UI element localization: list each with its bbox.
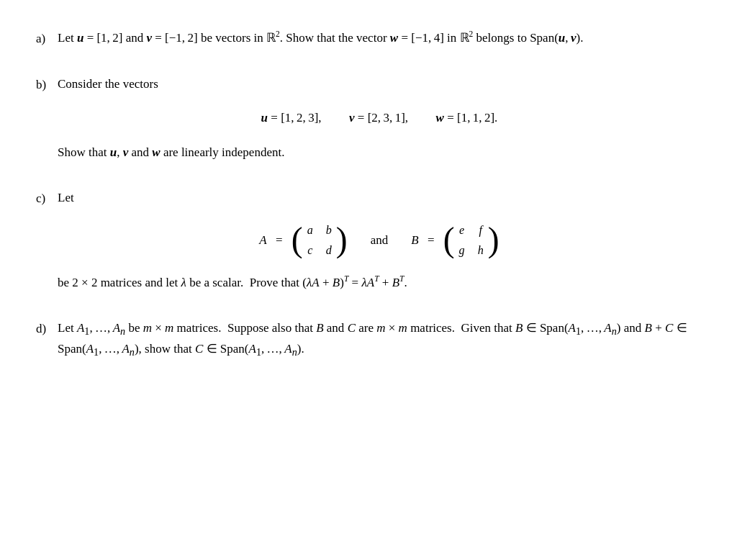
problem-b-question: Show that u, v and w are linearly indepe… bbox=[58, 143, 701, 162]
problem-b-content: Consider the vectors u = [1, 2, 3], v = … bbox=[58, 75, 701, 169]
problem-c-content: Let A = ( a b c d ) bbox=[58, 189, 701, 299]
problem-b: b) Consider the vectors u = [1, 2, 3], v… bbox=[36, 75, 701, 169]
problem-b-u: u = [1, 2, 3], bbox=[261, 109, 322, 127]
problem-b-vectors-display: u = [1, 2, 3], v = [2, 3, 1], w = [1, 1,… bbox=[58, 109, 701, 127]
problem-b-w: w = [1, 1, 2]. bbox=[430, 109, 497, 127]
matrix-B-g: g bbox=[459, 242, 465, 259]
matrix-A-d: d bbox=[326, 242, 332, 259]
matrix-B-e: e bbox=[459, 222, 464, 239]
matrix-A-grid: a b c d bbox=[303, 220, 336, 261]
matrix-B-h: h bbox=[478, 242, 484, 259]
problem-c-matrix-display: A = ( a b c d ) and bbox=[58, 220, 701, 261]
matrix-B-f: f bbox=[479, 222, 482, 239]
problem-d-label: d) bbox=[36, 319, 58, 338]
problem-a-label: a) bbox=[36, 29, 58, 48]
problem-c-intro: Let bbox=[58, 189, 701, 207]
matrix-A-equation: A = ( a b c d ) bbox=[259, 220, 347, 261]
matrix-A-lhs: A bbox=[259, 231, 266, 250]
matrix-B-grid: e f g h bbox=[455, 220, 488, 261]
matrix-A-paren-right: ) bbox=[336, 223, 348, 258]
problem-c: c) Let A = ( a b c d ) bbox=[36, 189, 701, 299]
problem-b-intro: Consider the vectors bbox=[58, 75, 701, 94]
matrix-A-paren-left: ( bbox=[291, 223, 303, 258]
problem-a: a) Let u = [1, 2] and v = [−1, 2] be vec… bbox=[36, 29, 701, 55]
matrix-A-a: a bbox=[307, 222, 313, 239]
matrix-A-b: b bbox=[326, 222, 332, 239]
matrix-B-paren-right: ) bbox=[488, 223, 499, 258]
matrix-B-equation: B = ( e f g h ) bbox=[411, 220, 499, 261]
problem-d-text: Let A1, …, An be m × m matrices. Suppose… bbox=[58, 319, 701, 360]
problem-c-label: c) bbox=[36, 189, 58, 208]
matrix-B: ( e f g h ) bbox=[443, 220, 499, 261]
page-container: a) Let u = [1, 2] and v = [−1, 2] be vec… bbox=[36, 29, 701, 368]
problem-a-content: Let u = [1, 2] and v = [−1, 2] be vector… bbox=[58, 29, 701, 55]
problem-b-v: v = [2, 3, 1], bbox=[343, 109, 409, 127]
matrix-A: ( a b c d ) bbox=[291, 220, 348, 261]
problem-b-label: b) bbox=[36, 75, 58, 94]
problem-c-question: be 2 × 2 matrices and let λ be a scalar.… bbox=[58, 274, 701, 292]
and-connector: and bbox=[371, 231, 389, 250]
matrix-B-equals: = bbox=[425, 231, 438, 250]
matrix-B-lhs: B bbox=[411, 231, 418, 250]
problem-a-text: Let u = [1, 2] and v = [−1, 2] be vector… bbox=[58, 29, 701, 48]
problem-d: d) Let A1, …, An be m × m matrices. Supp… bbox=[36, 319, 701, 367]
matrix-A-equals: = bbox=[273, 231, 286, 250]
problem-d-content: Let A1, …, An be m × m matrices. Suppose… bbox=[58, 319, 701, 367]
matrix-B-paren-left: ( bbox=[443, 223, 455, 258]
matrix-A-c: c bbox=[307, 242, 312, 259]
